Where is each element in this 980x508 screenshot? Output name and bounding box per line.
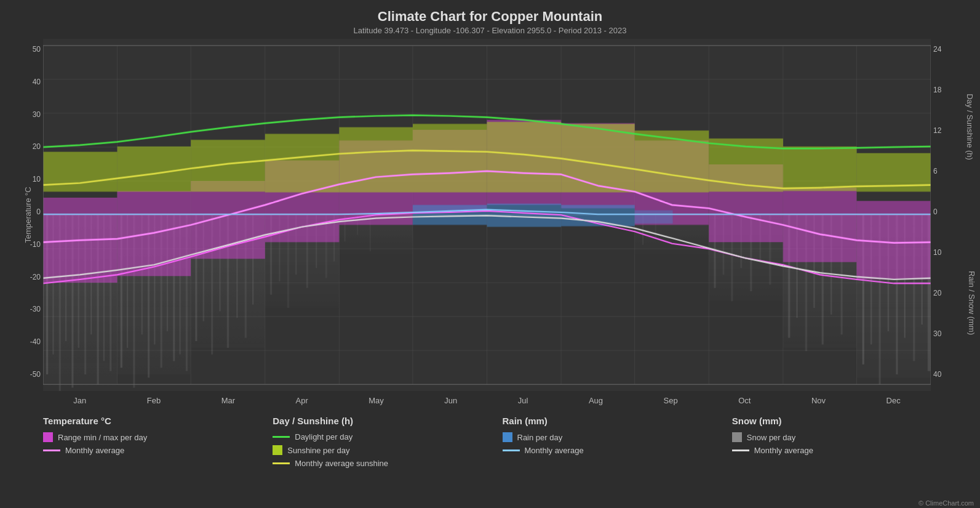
main-container: Climate Chart for Copper Mountain Latitu…: [0, 0, 980, 508]
y-tick: 0: [36, 208, 41, 216]
legend-item-rain-avg: Monthly average: [503, 446, 732, 455]
x-label-may: May: [368, 396, 384, 405]
y-tick: -20: [30, 273, 41, 281]
x-label-apr: Apr: [296, 396, 308, 405]
svg-rect-118: [265, 134, 340, 192]
svg-rect-123: [635, 131, 709, 192]
svg-rect-112: [487, 204, 562, 227]
legend-item-snow-box: Snow per day: [732, 432, 962, 442]
x-label-feb: Feb: [147, 396, 161, 405]
legend-line-rain-avg: [503, 450, 520, 451]
x-label-nov: Nov: [811, 396, 826, 405]
y-tick-right: 0: [933, 208, 938, 216]
svg-rect-117: [191, 140, 265, 192]
legend-title-rain: Rain (mm): [503, 416, 732, 426]
y-axis-left: Temperature °C 50 40 30 20 10 0 -10 -20 …: [6, 39, 43, 391]
legend-item-snow-avg: Monthly average: [732, 446, 962, 455]
chart-title: Climate Chart for Copper Mountain: [0, 9, 980, 25]
svg-rect-114: [635, 210, 673, 224]
svg-rect-125: [783, 147, 857, 191]
y-tick-right: 20: [933, 289, 941, 297]
legend-label-temp-avg: Monthly average: [65, 446, 124, 455]
y-tick-right: 10: [933, 248, 941, 257]
legend-item-rain-box: Rain per day: [503, 432, 732, 442]
legend-label-snow-avg: Monthly average: [754, 446, 813, 455]
y-tick-right: 40: [933, 370, 941, 379]
legend-line-temp-avg: [43, 450, 60, 451]
x-axis-spacer-left: [6, 391, 43, 409]
x-axis-labels: Jan Feb Mar Apr May Jun Jul Aug Sep Oct …: [43, 391, 931, 409]
x-label-dec: Dec: [886, 396, 901, 405]
svg-rect-120: [413, 124, 487, 192]
x-label-aug: Aug: [589, 396, 603, 405]
copyright: © ClimeChart.com: [918, 499, 974, 507]
x-label-oct: Oct: [738, 396, 751, 405]
legend-item-daylight: Daylight per day: [273, 432, 502, 441]
y-tick: 50: [33, 45, 41, 54]
legend-item-sunshine-box: Sunshine per day: [273, 445, 502, 455]
legend-box-sunshine: [273, 445, 282, 455]
x-label-sep: Sep: [664, 396, 678, 405]
x-label-jan: Jan: [73, 396, 86, 405]
legend-box-temp-range: [43, 432, 53, 442]
y-axis-right: Day / Sunshine (h) Rain / Snow (mm) 24 1…: [931, 39, 974, 391]
y-tick-right: 24: [933, 45, 941, 54]
legend-box-rain: [503, 432, 512, 442]
chart-subtitle: Latitude 39.473 - Longitude -106.307 - E…: [0, 26, 980, 35]
svg-rect-116: [118, 147, 191, 192]
legend-line-daylight: [273, 436, 290, 438]
y-tick-right: 6: [933, 167, 938, 175]
legend-area: Temperature °C Range min / max per day M…: [0, 409, 980, 508]
y-tick: 40: [33, 78, 41, 86]
x-label-jul: Jul: [518, 396, 528, 405]
legend-col-rain: Rain (mm) Rain per day Monthly average: [503, 416, 732, 502]
x-axis-container: Jan Feb Mar Apr May Jun Jul Aug Sep Oct …: [6, 391, 974, 409]
legend-line-snow-avg: [732, 450, 749, 451]
y-tick: 20: [33, 142, 41, 151]
svg-rect-115: [43, 151, 118, 192]
y-tick-right: 30: [933, 329, 941, 338]
y-axis-right-label-day: Day / Sunshine (h): [966, 94, 975, 160]
legend-col-temperature: Temperature °C Range min / max per day M…: [43, 416, 273, 502]
x-label-jun: Jun: [444, 396, 457, 405]
chart-svg: [43, 39, 931, 391]
legend-label-sunshine-avg: Monthly average sunshine: [295, 459, 388, 468]
y-tick-right: 18: [933, 86, 941, 94]
legend-label-rain-avg: Monthly average: [525, 446, 584, 455]
legend-title-temp: Temperature °C: [43, 416, 273, 426]
y-tick-right: 12: [933, 126, 941, 135]
legend-label-snow-box: Snow per day: [747, 433, 796, 442]
x-label-mar: Mar: [221, 396, 235, 405]
legend-label-sunshine-box: Sunshine per day: [287, 446, 349, 455]
legend-line-sunshine-avg: [273, 462, 290, 464]
y-tick: 10: [33, 175, 41, 183]
legend-label-daylight: Daylight per day: [295, 432, 353, 441]
legend-col-snow: Snow (mm) Snow per day Monthly average ©…: [732, 416, 962, 502]
chart-area: Temperature °C 50 40 30 20 10 0 -10 -20 …: [6, 39, 974, 391]
legend-title-snow: Snow (mm): [732, 416, 962, 426]
legend-item-temp-range: Range min / max per day: [43, 432, 273, 442]
legend-box-snow: [732, 432, 742, 442]
legend-col-sunshine: Day / Sunshine (h) Daylight per day Suns…: [273, 416, 502, 502]
svg-rect-122: [561, 124, 635, 192]
svg-rect-109: [783, 188, 857, 262]
legend-item-sunshine-avg: Monthly average sunshine: [273, 459, 502, 468]
legend-label-rain-box: Rain per day: [517, 433, 563, 442]
legend-item-temp-avg: Monthly average: [43, 446, 273, 455]
chart-inner: ClimeChart.com ClimeChart.com: [43, 39, 931, 391]
y-tick: -40: [30, 337, 41, 346]
y-axis-left-label: Temperature °C: [23, 187, 33, 243]
y-axis-right-label-rain: Rain / Snow (mm): [966, 271, 976, 335]
y-tick: 30: [33, 110, 41, 119]
legend-label-temp-range: Range min / max per day: [58, 433, 147, 442]
x-axis-spacer-right: [931, 391, 974, 409]
y-tick: -30: [30, 305, 41, 313]
legend-title-sunshine: Day / Sunshine (h): [273, 416, 502, 426]
svg-rect-101: [191, 181, 265, 259]
y-tick: -50: [30, 370, 41, 379]
svg-rect-111: [413, 205, 487, 225]
